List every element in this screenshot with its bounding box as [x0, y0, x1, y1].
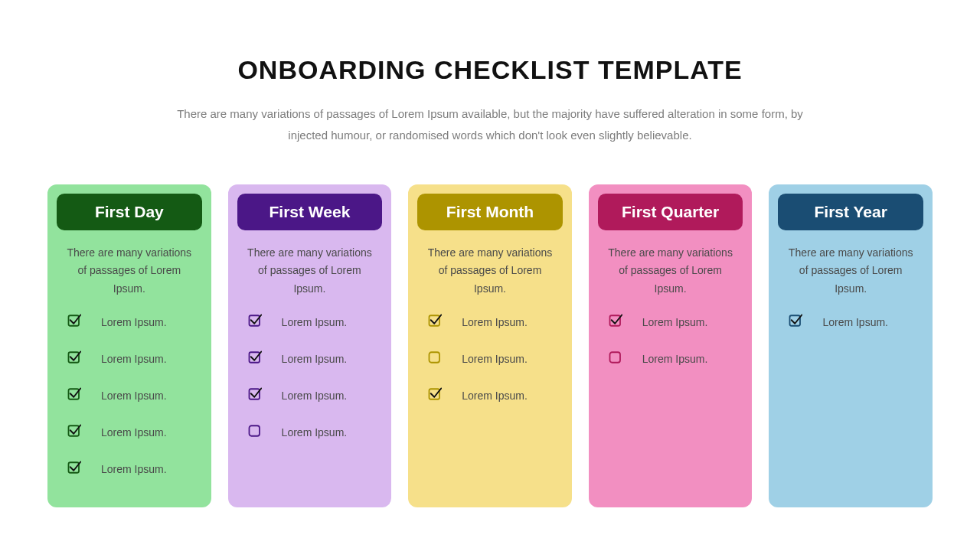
checkbox-checked-icon[interactable] — [67, 461, 81, 478]
page-subtitle: There are many variations of passages of… — [165, 103, 815, 146]
checklist-item-label: Lorem Ipsum. — [101, 316, 167, 328]
checklist-card: First YearThere are many variations of p… — [769, 184, 933, 507]
card-description: There are many variations of passages of… — [237, 244, 383, 298]
checkbox-checked-icon[interactable] — [248, 314, 262, 331]
checklist-item-label: Lorem Ipsum. — [642, 353, 708, 365]
checklist-item-label: Lorem Ipsum. — [101, 463, 167, 475]
checklist-card: First QuarterThere are many variations o… — [589, 184, 753, 507]
svg-rect-10 — [430, 352, 440, 363]
checklist-items: Lorem Ipsum. Lorem Ipsum. — [598, 314, 743, 367]
checklist-item: Lorem Ipsum. — [67, 424, 194, 441]
checklist-item: Lorem Ipsum. — [609, 314, 736, 331]
checklist-item: Lorem Ipsum. — [609, 350, 736, 367]
card-row: First DayThere are many variations of pa… — [0, 184, 980, 507]
checklist-items: Lorem Ipsum. Lorem Ipsum. Lorem Ipsum. — [417, 314, 563, 404]
checkbox-checked-icon[interactable] — [67, 350, 81, 367]
checklist-items: Lorem Ipsum. Lorem Ipsum. Lorem Ipsum. L… — [237, 314, 383, 441]
card-description: There are many variations of passages of… — [598, 244, 743, 298]
checklist-item: Lorem Ipsum. — [67, 350, 194, 367]
checklist-item-label: Lorem Ipsum. — [101, 390, 167, 402]
checkbox-checked-icon[interactable] — [248, 350, 262, 367]
card-header: First Month — [417, 194, 563, 230]
card-header: First Quarter — [598, 194, 743, 230]
card-description: There are many variations of passages of… — [778, 244, 923, 298]
checkbox-unchecked-icon[interactable] — [428, 350, 442, 367]
checklist-item: Lorem Ipsum. — [428, 314, 555, 331]
checkbox-checked-icon[interactable] — [789, 314, 802, 331]
checklist-item: Lorem Ipsum. — [67, 387, 194, 404]
checkbox-checked-icon[interactable] — [67, 424, 81, 441]
checkbox-checked-icon[interactable] — [609, 314, 622, 331]
checklist-item: Lorem Ipsum. — [428, 350, 555, 367]
checklist-item-label: Lorem Ipsum. — [282, 390, 348, 402]
page-title: ONBOARDING CHECKLIST TEMPLATE — [237, 55, 742, 85]
checklist-item-label: Lorem Ipsum. — [282, 353, 348, 365]
checkbox-unchecked-icon[interactable] — [248, 424, 262, 441]
checklist-item-label: Lorem Ipsum. — [642, 316, 708, 328]
checklist-item: Lorem Ipsum. — [248, 424, 375, 441]
checkbox-unchecked-icon[interactable] — [609, 350, 622, 367]
checklist-item: Lorem Ipsum. — [67, 461, 194, 478]
checkbox-checked-icon[interactable] — [248, 387, 262, 404]
checklist-item-label: Lorem Ipsum. — [462, 353, 528, 365]
card-header: First Year — [778, 194, 923, 230]
svg-rect-13 — [609, 352, 620, 363]
checklist-item: Lorem Ipsum. — [248, 314, 375, 331]
checklist-item-label: Lorem Ipsum. — [101, 426, 167, 439]
checklist-items: Lorem Ipsum. Lorem Ipsum. Lorem Ipsum. L… — [57, 314, 202, 478]
checklist-item: Lorem Ipsum. — [428, 387, 555, 404]
checklist-items: Lorem Ipsum. — [778, 314, 923, 331]
checkbox-checked-icon[interactable] — [428, 387, 442, 404]
checklist-item-label: Lorem Ipsum. — [462, 390, 528, 402]
checklist-item-label: Lorem Ipsum. — [462, 316, 528, 328]
checklist-card: First WeekThere are many variations of p… — [228, 184, 392, 507]
checkbox-checked-icon[interactable] — [67, 387, 81, 404]
checklist-item-label: Lorem Ipsum. — [101, 353, 167, 365]
checklist-item: Lorem Ipsum. — [67, 314, 194, 331]
checklist-card: First MonthThere are many variations of … — [408, 184, 572, 507]
checkbox-checked-icon[interactable] — [428, 314, 442, 331]
svg-rect-8 — [249, 425, 260, 436]
card-description: There are many variations of passages of… — [417, 244, 563, 298]
card-header: First Day — [57, 194, 202, 230]
checklist-item: Lorem Ipsum. — [248, 350, 375, 367]
checklist-card: First DayThere are many variations of pa… — [47, 184, 211, 507]
checklist-item: Lorem Ipsum. — [248, 387, 375, 404]
checklist-item-label: Lorem Ipsum. — [282, 426, 348, 439]
checklist-item-label: Lorem Ipsum. — [822, 316, 888, 328]
checkbox-checked-icon[interactable] — [67, 314, 81, 331]
checklist-item-label: Lorem Ipsum. — [282, 316, 348, 328]
card-description: There are many variations of passages of… — [57, 244, 202, 298]
card-header: First Week — [237, 194, 383, 230]
checklist-item: Lorem Ipsum. — [789, 314, 916, 331]
